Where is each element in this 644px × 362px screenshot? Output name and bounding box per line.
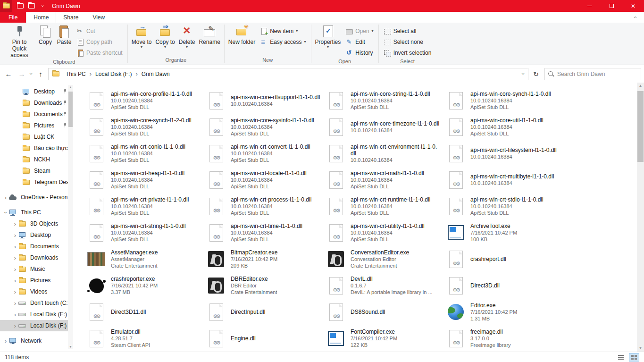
- up-button[interactable]: [34, 67, 47, 81]
- file-tile[interactable]: DS8Sound.dll: [327, 299, 447, 325]
- file-tile[interactable]: api-ms-win-crt-time-l1-1-0.dll10.0.10240…: [207, 219, 327, 246]
- sidebar-item-pictures[interactable]: Pictures: [0, 120, 73, 131]
- file-tile[interactable]: api-ms-win-crt-utility-l1-1-0.dll10.0.10…: [327, 219, 447, 246]
- qat-customize-chevron-icon[interactable]: [40, 3, 45, 9]
- file-tile[interactable]: api-ms-win-core-profile-l1-1-0.dll10.0.1…: [87, 87, 207, 114]
- move-to-button[interactable]: Move to: [130, 23, 154, 49]
- tab-home[interactable]: Home: [26, 12, 56, 23]
- sidebar-item-local-disk-f-[interactable]: Local Disk (F:): [0, 320, 73, 331]
- scroll-down-icon[interactable]: [637, 345, 644, 352]
- sidebar-item-documents[interactable]: Documents: [0, 241, 73, 252]
- sidebar-item-music[interactable]: Music: [0, 263, 73, 275]
- chevron-right-icon[interactable]: [12, 255, 18, 261]
- select-none-button[interactable]: Select none: [381, 36, 435, 47]
- sidebar-item-steam[interactable]: Steam: [0, 165, 73, 177]
- sidebar-item-telegram-deskto[interactable]: Telegram Deskto: [0, 177, 73, 188]
- sidebar-item-pictures[interactable]: Pictures: [0, 275, 73, 286]
- file-tile[interactable]: api-ms-win-core-string-l1-1-0.dll10.0.10…: [327, 87, 447, 114]
- open-button[interactable]: Open: [343, 25, 376, 36]
- qat-new-folder-icon[interactable]: [28, 3, 35, 8]
- file-tile[interactable]: DBREditor.exeDBR EditorCrate Entertainme…: [207, 272, 327, 299]
- scroll-up-icon[interactable]: [637, 83, 644, 89]
- file-tile[interactable]: api-ms-win-core-timezone-l1-1-0.dll10.0.…: [327, 114, 447, 140]
- file-tile[interactable]: api-ms-win-core-util-l1-1-0.dll10.0.1024…: [447, 114, 567, 140]
- file-tile[interactable]: Editor.exe7/16/2021 10:42 PM1.31 MB: [447, 299, 567, 325]
- file-tile[interactable]: api-ms-win-core-synch-l1-1-0.dll10.0.102…: [447, 87, 567, 114]
- cut-button[interactable]: Cut: [74, 25, 125, 36]
- file-tile[interactable]: api-ms-win-crt-environment-l1-1-0.dll10.…: [327, 140, 447, 167]
- file-tile[interactable]: api-ms-win-core-rtlsupport-l1-1-0.dll10.…: [207, 87, 327, 114]
- file-tile[interactable]: freeimage.dll3.17.0.0Freeimage library: [447, 325, 567, 352]
- sidebar-item-lu-t-ck[interactable]: Luật CK: [0, 131, 73, 143]
- qat-folder-icon[interactable]: [17, 3, 24, 8]
- breadcrumb-item[interactable]: Local Disk (F:): [92, 71, 134, 77]
- refresh-button[interactable]: [529, 67, 543, 81]
- scroll-up-icon[interactable]: [68, 85, 73, 90]
- back-button[interactable]: [2, 67, 15, 81]
- file-tile[interactable]: crashreporter.exe7/16/2021 10:42 PM3.37 …: [87, 272, 207, 299]
- chevron-right-icon[interactable]: [12, 221, 18, 227]
- copy-to-button[interactable]: Copy to: [153, 23, 176, 49]
- search-input[interactable]: [557, 71, 638, 77]
- sidebar-item-downloads[interactable]: Downloads: [0, 97, 73, 109]
- file-tile[interactable]: api-ms-win-crt-multibyte-l1-1-0.dll10.0.…: [447, 167, 567, 193]
- scroll-down-icon[interactable]: [68, 345, 73, 349]
- sidebar-item-b-o-c-o-th-c-t-p[interactable]: Báo cáo thực tập: [0, 143, 73, 154]
- maximize-button[interactable]: [601, 0, 622, 12]
- file-tile[interactable]: ArchiveTool.exe7/16/2021 10:42 PM100 KB: [447, 219, 567, 246]
- sidebar-item-network[interactable]: Network: [0, 335, 73, 346]
- sidebar-item-nckh[interactable]: NCKH: [0, 154, 73, 165]
- easy-access-button[interactable]: Easy access: [257, 36, 309, 47]
- tab-share[interactable]: Share: [56, 12, 85, 23]
- chevron-right-icon[interactable]: [12, 323, 18, 329]
- close-button[interactable]: [622, 0, 644, 12]
- file-tile[interactable]: Direct3D.dll: [447, 272, 567, 299]
- sidebar-item-desktop[interactable]: Desktop: [0, 229, 73, 241]
- paste-button[interactable]: Paste: [55, 23, 74, 46]
- breadcrumb-chevron-icon[interactable]: [134, 70, 138, 77]
- recent-locations-chevron-icon[interactable]: [28, 71, 34, 77]
- chevron-right-icon[interactable]: [3, 338, 8, 344]
- sidebar-item-local-disk-e-[interactable]: Local Disk (E:): [0, 309, 73, 320]
- breadcrumb-item[interactable]: Grim Dawn: [139, 71, 173, 77]
- search-box[interactable]: [544, 68, 641, 80]
- sidebar-scrollbar[interactable]: [68, 85, 73, 349]
- edit-button[interactable]: Edit: [343, 36, 376, 47]
- sidebar-item-3d-objects[interactable]: 3D Objects: [0, 218, 73, 229]
- file-tile[interactable]: api-ms-win-crt-runtime-l1-1-0.dll10.0.10…: [327, 193, 447, 219]
- breadcrumb-item[interactable]: This PC: [63, 71, 89, 77]
- file-tile[interactable]: crashreport.dll: [447, 246, 567, 272]
- chevron-down-icon[interactable]: [3, 210, 9, 215]
- file-tile[interactable]: api-ms-win-crt-process-l1-1-0.dll10.0.10…: [207, 193, 327, 219]
- address-bar[interactable]: This PCLocal Disk (F:)Grim Dawn: [48, 68, 528, 80]
- chevron-right-icon[interactable]: [12, 244, 18, 250]
- app-icon[interactable]: [0, 0, 12, 12]
- file-tile[interactable]: Engine.dll: [207, 325, 327, 352]
- invert-selection-button[interactable]: Invert selection: [381, 47, 435, 58]
- sidebar-item-this-pc[interactable]: This PC: [0, 207, 73, 218]
- address-dropdown-icon[interactable]: [520, 71, 527, 77]
- copy-path-button[interactable]: Copy path: [74, 36, 125, 47]
- file-tile[interactable]: api-ms-win-crt-conio-l1-1-0.dll10.0.1024…: [87, 140, 207, 167]
- copy-button[interactable]: Copy: [36, 23, 55, 46]
- file-tile[interactable]: api-ms-win-crt-convert-l1-1-0.dll10.0.10…: [207, 140, 327, 167]
- file-tile[interactable]: AssetManager.exeAssetManagerCrate Entert…: [87, 246, 207, 272]
- file-tile[interactable]: api-ms-win-crt-heap-l1-1-0.dll10.0.10240…: [87, 167, 207, 193]
- chevron-right-icon[interactable]: [3, 194, 8, 201]
- delete-button[interactable]: Delete: [177, 23, 197, 49]
- file-tile[interactable]: DevIL.dll0.1.6.7DevIL: A portable image …: [327, 272, 447, 299]
- file-tile[interactable]: api-ms-win-crt-private-l1-1-0.dll10.0.10…: [87, 193, 207, 219]
- rename-button[interactable]: Rename: [197, 23, 222, 46]
- new-item-button[interactable]: New item: [257, 25, 309, 36]
- sidebar-item-downloads[interactable]: Downloads: [0, 252, 73, 263]
- new-folder-button[interactable]: New folder: [226, 23, 257, 46]
- chevron-right-icon[interactable]: [12, 289, 18, 295]
- properties-button[interactable]: Properties: [313, 23, 343, 49]
- forward-button[interactable]: [15, 67, 28, 81]
- ribbon-collapse-icon[interactable]: [632, 15, 638, 20]
- pin-to-quick-access-button[interactable]: Pin to Quick access: [3, 23, 36, 59]
- sidebar-item-desktop[interactable]: Desktop: [0, 86, 73, 97]
- file-tile[interactable]: api-ms-win-crt-math-l1-1-0.dll10.0.10240…: [327, 167, 447, 193]
- tab-view[interactable]: View: [85, 12, 112, 23]
- sidebar-scrollbar-thumb[interactable]: [68, 92, 73, 127]
